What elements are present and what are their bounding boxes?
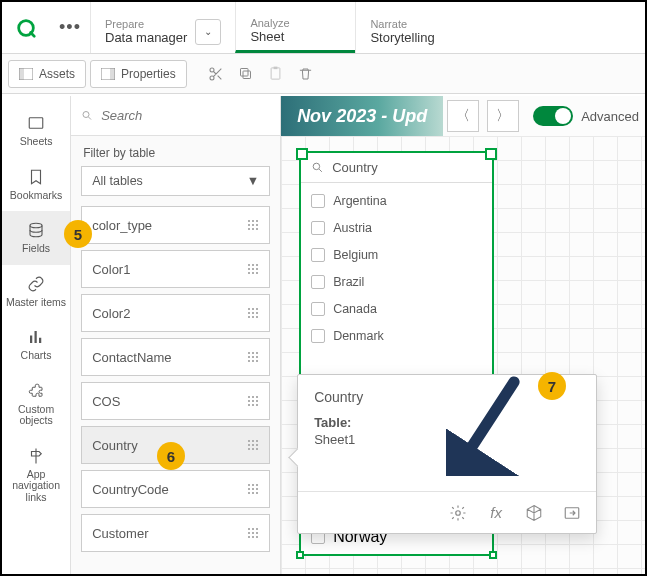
rail-fields[interactable]: Fields: [2, 211, 70, 265]
sheet-title[interactable]: Nov 2023 - Upd: [281, 96, 443, 136]
delete-button[interactable]: [293, 61, 319, 87]
drag-handle-icon[interactable]: [247, 307, 259, 319]
list-item-label: Denmark: [333, 329, 384, 343]
drag-handle-icon[interactable]: [247, 395, 259, 407]
expression-button[interactable]: fx: [486, 503, 506, 523]
list-item[interactable]: Argentina: [311, 189, 482, 212]
qlik-logo-icon: [15, 17, 37, 39]
copy-icon: [238, 66, 253, 81]
rail-custom-objects[interactable]: Custom objects: [2, 372, 70, 437]
database-icon: [27, 221, 45, 239]
field-item[interactable]: Customer: [81, 514, 270, 552]
sheet-header: Nov 2023 - Upd 〈 〉 Advanced: [281, 96, 645, 136]
list-item[interactable]: Belgium: [311, 243, 482, 266]
global-menu-button[interactable]: •••: [50, 2, 90, 53]
list-item[interactable]: Denmark: [311, 324, 482, 347]
list-item-label: Argentina: [333, 194, 387, 208]
gear-icon: [449, 504, 467, 522]
search-icon: [81, 108, 93, 123]
rail-charts[interactable]: Charts: [2, 318, 70, 372]
cut-button[interactable]: [203, 61, 229, 87]
rail-masteritems-label: Master items: [6, 297, 66, 309]
svg-rect-6: [243, 71, 251, 79]
field-settings-button[interactable]: [448, 503, 468, 523]
scissors-icon: [208, 66, 224, 82]
drag-handle-icon[interactable]: [247, 527, 259, 539]
more-icon: •••: [59, 17, 81, 38]
sheet-canvas[interactable]: Nov 2023 - Upd 〈 〉 Advanced Country Arge…: [281, 96, 645, 574]
copy-button[interactable]: [233, 61, 259, 87]
rail-fields-label: Fields: [22, 243, 50, 255]
drag-handle-icon[interactable]: [247, 219, 259, 231]
checkbox[interactable]: [311, 275, 325, 289]
checkbox[interactable]: [311, 248, 325, 262]
checkbox[interactable]: [311, 221, 325, 235]
fields-search-input[interactable]: [101, 108, 270, 123]
fields-search[interactable]: [71, 96, 280, 136]
field-item[interactable]: COS: [81, 382, 270, 420]
app-logo[interactable]: [2, 2, 50, 53]
list-item[interactable]: Brazil: [311, 270, 482, 293]
field-label: Country: [92, 438, 138, 453]
field-item[interactable]: color_type: [81, 206, 270, 244]
rail-master-items[interactable]: Master items: [2, 265, 70, 319]
field-label: color_type: [92, 218, 152, 233]
tab-prepare-sub: Prepare: [105, 18, 187, 30]
rail-nav-links[interactable]: App navigation links: [2, 437, 70, 514]
filterpane-header[interactable]: Country: [301, 153, 492, 183]
properties-toggle[interactable]: Properties: [90, 60, 187, 88]
field-item[interactable]: ContactName: [81, 338, 270, 376]
checkbox[interactable]: [311, 329, 325, 343]
drag-handle-icon[interactable]: [247, 439, 259, 451]
step-marker-5: 5: [64, 220, 92, 248]
goto-icon: [563, 504, 581, 522]
field-label: Customer: [92, 526, 148, 541]
svg-rect-5: [110, 68, 115, 80]
resize-handle[interactable]: [489, 551, 497, 559]
list-item[interactable]: Austria: [311, 216, 482, 239]
cube-button[interactable]: [524, 503, 544, 523]
drag-handle-icon[interactable]: [247, 483, 259, 495]
rail-sheets[interactable]: Sheets: [2, 104, 70, 158]
top-tabs: Prepare Data manager ⌄ Analyze Sheet Nar…: [90, 2, 645, 53]
advanced-label: Advanced: [581, 109, 639, 124]
field-label: COS: [92, 394, 120, 409]
tab-prepare-main: Data manager: [105, 30, 187, 45]
advanced-toggle[interactable]: [533, 106, 573, 126]
resize-handle[interactable]: [296, 551, 304, 559]
panel-right-icon: [101, 68, 115, 80]
field-label: ContactName: [92, 350, 171, 365]
rail-bookmarks-label: Bookmarks: [10, 190, 63, 202]
checkbox[interactable]: [311, 302, 325, 316]
assets-toggle[interactable]: Assets: [8, 60, 86, 88]
tab-analyze[interactable]: Analyze Sheet: [235, 2, 355, 53]
chevron-right-icon: 〉: [496, 107, 510, 125]
rail-navlinks-label: App navigation links: [6, 469, 66, 504]
svg-rect-10: [29, 118, 43, 129]
prepare-dropdown[interactable]: ⌄: [195, 19, 221, 45]
field-item[interactable]: CountryCode: [81, 470, 270, 508]
svg-rect-3: [19, 68, 24, 80]
rail-bookmarks[interactable]: Bookmarks: [2, 158, 70, 212]
field-item[interactable]: Color2: [81, 294, 270, 332]
fields-list: color_type Color1 Color2 ContactName COS…: [71, 206, 280, 574]
tables-dropdown[interactable]: All tables ▼: [81, 166, 270, 196]
list-item[interactable]: Canada: [311, 297, 482, 320]
caret-down-icon: ▼: [247, 174, 259, 188]
tab-prepare[interactable]: Prepare Data manager ⌄: [90, 2, 235, 53]
edit-toolbar: Assets Properties: [2, 54, 645, 94]
list-item-label: Austria: [333, 221, 372, 235]
go-to-button[interactable]: [562, 503, 582, 523]
prev-sheet-button[interactable]: 〈: [447, 100, 479, 132]
drag-handle-icon[interactable]: [247, 263, 259, 275]
field-item[interactable]: Color1: [81, 250, 270, 288]
checkbox[interactable]: [311, 194, 325, 208]
svg-rect-8: [271, 68, 280, 79]
rail-charts-label: Charts: [21, 350, 52, 362]
tab-narrate[interactable]: Narrate Storytelling: [355, 2, 475, 53]
drag-handle-icon[interactable]: [247, 351, 259, 363]
next-sheet-button[interactable]: 〉: [487, 100, 519, 132]
advanced-toggle-wrap: Advanced: [523, 106, 645, 126]
sheets-icon: [27, 114, 45, 132]
assets-rail: Sheets Bookmarks Fields Master items Cha…: [2, 96, 71, 574]
